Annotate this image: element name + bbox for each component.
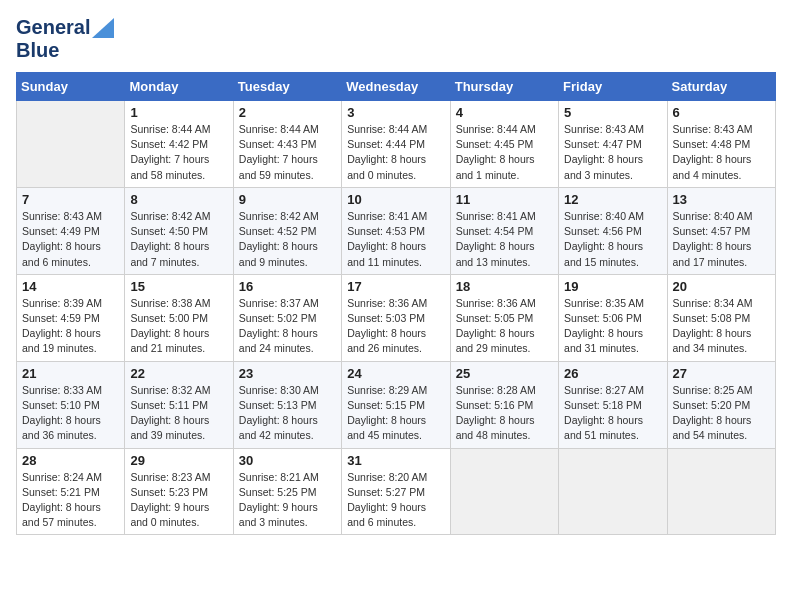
day-number: 4 [456,105,553,120]
day-number: 7 [22,192,119,207]
calendar-cell: 31Sunrise: 8:20 AM Sunset: 5:27 PM Dayli… [342,448,450,535]
calendar-cell: 3Sunrise: 8:44 AM Sunset: 4:44 PM Daylig… [342,101,450,188]
day-info: Sunrise: 8:44 AM Sunset: 4:44 PM Dayligh… [347,122,444,183]
page-header: General Blue [16,16,776,62]
calendar-cell [17,101,125,188]
calendar-cell [559,448,667,535]
day-number: 20 [673,279,770,294]
calendar-cell: 23Sunrise: 8:30 AM Sunset: 5:13 PM Dayli… [233,361,341,448]
calendar-cell: 14Sunrise: 8:39 AM Sunset: 4:59 PM Dayli… [17,274,125,361]
day-number: 17 [347,279,444,294]
day-number: 22 [130,366,227,381]
calendar-cell: 9Sunrise: 8:42 AM Sunset: 4:52 PM Daylig… [233,187,341,274]
day-number: 27 [673,366,770,381]
calendar-cell: 22Sunrise: 8:32 AM Sunset: 5:11 PM Dayli… [125,361,233,448]
calendar-cell: 26Sunrise: 8:27 AM Sunset: 5:18 PM Dayli… [559,361,667,448]
calendar-cell: 11Sunrise: 8:41 AM Sunset: 4:54 PM Dayli… [450,187,558,274]
day-info: Sunrise: 8:32 AM Sunset: 5:11 PM Dayligh… [130,383,227,444]
day-info: Sunrise: 8:41 AM Sunset: 4:54 PM Dayligh… [456,209,553,270]
day-info: Sunrise: 8:42 AM Sunset: 4:52 PM Dayligh… [239,209,336,270]
calendar-cell: 24Sunrise: 8:29 AM Sunset: 5:15 PM Dayli… [342,361,450,448]
calendar-cell: 4Sunrise: 8:44 AM Sunset: 4:45 PM Daylig… [450,101,558,188]
day-number: 21 [22,366,119,381]
calendar-cell: 25Sunrise: 8:28 AM Sunset: 5:16 PM Dayli… [450,361,558,448]
weekday-header: Tuesday [233,73,341,101]
day-number: 16 [239,279,336,294]
weekday-header: Thursday [450,73,558,101]
day-number: 10 [347,192,444,207]
calendar-cell: 10Sunrise: 8:41 AM Sunset: 4:53 PM Dayli… [342,187,450,274]
calendar-week-row: 14Sunrise: 8:39 AM Sunset: 4:59 PM Dayli… [17,274,776,361]
day-info: Sunrise: 8:27 AM Sunset: 5:18 PM Dayligh… [564,383,661,444]
day-number: 19 [564,279,661,294]
calendar-week-row: 7Sunrise: 8:43 AM Sunset: 4:49 PM Daylig… [17,187,776,274]
day-info: Sunrise: 8:21 AM Sunset: 5:25 PM Dayligh… [239,470,336,531]
day-info: Sunrise: 8:37 AM Sunset: 5:02 PM Dayligh… [239,296,336,357]
calendar-cell: 7Sunrise: 8:43 AM Sunset: 4:49 PM Daylig… [17,187,125,274]
day-number: 9 [239,192,336,207]
day-info: Sunrise: 8:29 AM Sunset: 5:15 PM Dayligh… [347,383,444,444]
calendar-week-row: 21Sunrise: 8:33 AM Sunset: 5:10 PM Dayli… [17,361,776,448]
calendar-cell [667,448,775,535]
calendar-cell: 6Sunrise: 8:43 AM Sunset: 4:48 PM Daylig… [667,101,775,188]
calendar-cell: 28Sunrise: 8:24 AM Sunset: 5:21 PM Dayli… [17,448,125,535]
calendar-cell: 27Sunrise: 8:25 AM Sunset: 5:20 PM Dayli… [667,361,775,448]
day-info: Sunrise: 8:43 AM Sunset: 4:49 PM Dayligh… [22,209,119,270]
logo-text-general: General [16,16,90,39]
day-number: 13 [673,192,770,207]
day-number: 1 [130,105,227,120]
calendar-cell: 1Sunrise: 8:44 AM Sunset: 4:42 PM Daylig… [125,101,233,188]
svg-marker-0 [92,18,114,38]
calendar-cell: 13Sunrise: 8:40 AM Sunset: 4:57 PM Dayli… [667,187,775,274]
day-number: 2 [239,105,336,120]
day-number: 31 [347,453,444,468]
calendar-cell: 15Sunrise: 8:38 AM Sunset: 5:00 PM Dayli… [125,274,233,361]
day-number: 15 [130,279,227,294]
day-info: Sunrise: 8:35 AM Sunset: 5:06 PM Dayligh… [564,296,661,357]
weekday-header: Wednesday [342,73,450,101]
calendar-cell: 19Sunrise: 8:35 AM Sunset: 5:06 PM Dayli… [559,274,667,361]
calendar-cell: 18Sunrise: 8:36 AM Sunset: 5:05 PM Dayli… [450,274,558,361]
day-number: 5 [564,105,661,120]
day-number: 30 [239,453,336,468]
day-number: 12 [564,192,661,207]
day-number: 25 [456,366,553,381]
calendar-cell: 17Sunrise: 8:36 AM Sunset: 5:03 PM Dayli… [342,274,450,361]
weekday-header: Saturday [667,73,775,101]
weekday-header-row: SundayMondayTuesdayWednesdayThursdayFrid… [17,73,776,101]
day-info: Sunrise: 8:40 AM Sunset: 4:57 PM Dayligh… [673,209,770,270]
day-number: 6 [673,105,770,120]
calendar-cell: 8Sunrise: 8:42 AM Sunset: 4:50 PM Daylig… [125,187,233,274]
calendar-cell: 16Sunrise: 8:37 AM Sunset: 5:02 PM Dayli… [233,274,341,361]
weekday-header: Friday [559,73,667,101]
calendar-cell: 21Sunrise: 8:33 AM Sunset: 5:10 PM Dayli… [17,361,125,448]
day-number: 28 [22,453,119,468]
day-number: 11 [456,192,553,207]
logo-text-blue: Blue [16,39,59,62]
day-info: Sunrise: 8:24 AM Sunset: 5:21 PM Dayligh… [22,470,119,531]
calendar-cell: 12Sunrise: 8:40 AM Sunset: 4:56 PM Dayli… [559,187,667,274]
day-info: Sunrise: 8:42 AM Sunset: 4:50 PM Dayligh… [130,209,227,270]
day-info: Sunrise: 8:20 AM Sunset: 5:27 PM Dayligh… [347,470,444,531]
day-info: Sunrise: 8:40 AM Sunset: 4:56 PM Dayligh… [564,209,661,270]
day-info: Sunrise: 8:33 AM Sunset: 5:10 PM Dayligh… [22,383,119,444]
day-number: 23 [239,366,336,381]
day-info: Sunrise: 8:28 AM Sunset: 5:16 PM Dayligh… [456,383,553,444]
day-info: Sunrise: 8:44 AM Sunset: 4:45 PM Dayligh… [456,122,553,183]
day-info: Sunrise: 8:41 AM Sunset: 4:53 PM Dayligh… [347,209,444,270]
day-number: 3 [347,105,444,120]
day-info: Sunrise: 8:39 AM Sunset: 4:59 PM Dayligh… [22,296,119,357]
day-number: 8 [130,192,227,207]
calendar-week-row: 1Sunrise: 8:44 AM Sunset: 4:42 PM Daylig… [17,101,776,188]
day-info: Sunrise: 8:38 AM Sunset: 5:00 PM Dayligh… [130,296,227,357]
day-info: Sunrise: 8:43 AM Sunset: 4:48 PM Dayligh… [673,122,770,183]
day-number: 14 [22,279,119,294]
day-number: 26 [564,366,661,381]
day-number: 24 [347,366,444,381]
weekday-header: Sunday [17,73,125,101]
day-info: Sunrise: 8:44 AM Sunset: 4:43 PM Dayligh… [239,122,336,183]
day-info: Sunrise: 8:30 AM Sunset: 5:13 PM Dayligh… [239,383,336,444]
day-info: Sunrise: 8:36 AM Sunset: 5:03 PM Dayligh… [347,296,444,357]
calendar-cell: 5Sunrise: 8:43 AM Sunset: 4:47 PM Daylig… [559,101,667,188]
day-info: Sunrise: 8:43 AM Sunset: 4:47 PM Dayligh… [564,122,661,183]
